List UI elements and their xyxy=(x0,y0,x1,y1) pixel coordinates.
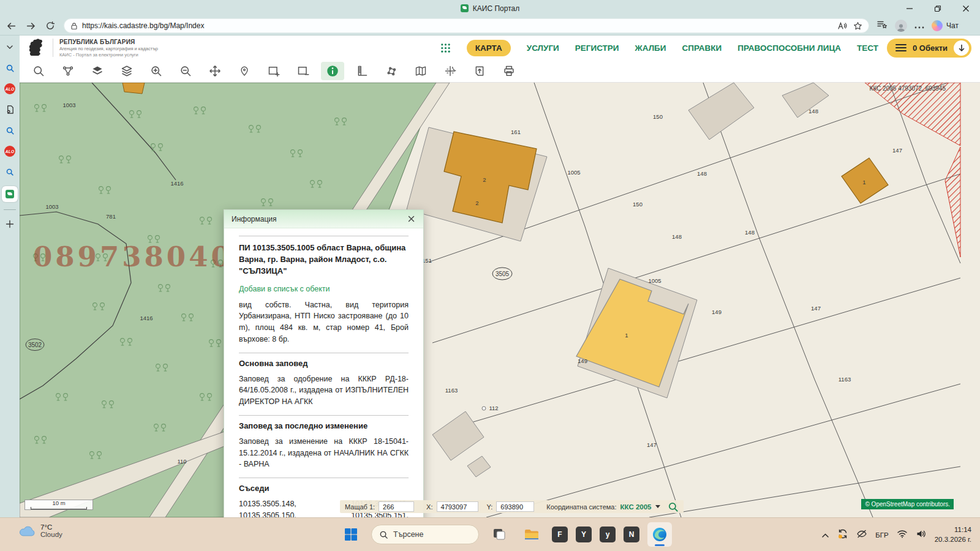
tool-zoom-in-button[interactable] xyxy=(145,62,168,80)
tab-search-3[interactable] xyxy=(3,165,17,179)
volume-icon[interactable] xyxy=(916,529,927,541)
start-button[interactable] xyxy=(339,522,363,547)
tool-select-features-button[interactable] xyxy=(56,62,80,80)
tab-kais-active[interactable] xyxy=(2,186,18,202)
svg-text:1005: 1005 xyxy=(648,277,661,284)
nav-spravki[interactable]: СПРАВКИ xyxy=(682,43,722,53)
taskbar-search-box[interactable]: Търсене xyxy=(371,525,479,544)
section-text-last-change: Заповед за изменение на КККР 18-15041-15… xyxy=(239,436,409,470)
tool-measure-button[interactable] xyxy=(350,62,374,80)
section-heading-neighbors: Съседи xyxy=(239,478,409,493)
svg-text:1163: 1163 xyxy=(445,387,458,394)
tool-layers-button[interactable] xyxy=(86,62,109,80)
restore-button[interactable] xyxy=(924,0,952,17)
refresh-button[interactable] xyxy=(42,18,59,34)
minimize-button[interactable] xyxy=(895,0,924,17)
tool-zoom-out-button[interactable] xyxy=(174,62,197,80)
tab-search-1[interactable] xyxy=(3,61,17,75)
crs-dropdown[interactable]: ККС 2005 xyxy=(620,503,660,511)
svg-text:150: 150 xyxy=(653,113,663,120)
favorite-star-icon[interactable] xyxy=(853,21,862,31)
tool-search-button[interactable] xyxy=(27,62,50,80)
tool-layer-list-button[interactable] xyxy=(115,62,138,80)
point-marker-112 xyxy=(482,407,486,410)
nav-test[interactable]: ТЕСТ xyxy=(857,43,878,53)
tab-search-2[interactable] xyxy=(3,124,17,137)
objects-expand-button[interactable] xyxy=(954,40,969,56)
tool-add-extent-button[interactable] xyxy=(262,62,285,80)
back-button[interactable] xyxy=(2,18,20,34)
y-value: 693890 xyxy=(496,501,534,512)
scale-bar-line xyxy=(31,507,87,509)
forward-button[interactable] xyxy=(22,18,39,34)
tab-document[interactable] xyxy=(3,103,17,116)
edge-browser-button[interactable] xyxy=(647,522,672,547)
nav-zhalbi[interactable]: ЖАЛБИ xyxy=(635,43,666,53)
hamburger-icon xyxy=(895,43,907,52)
osm-attribution[interactable]: © OpenStreetMap contributors. xyxy=(861,499,954,509)
scale-input[interactable]: 266 xyxy=(379,501,414,512)
app-u-button[interactable]: у xyxy=(600,527,616,542)
coordinate-search-button[interactable] xyxy=(668,501,679,512)
browser-menu-icon[interactable] xyxy=(914,20,924,31)
tool-overview-map-button[interactable] xyxy=(409,62,432,80)
svg-text:3502: 3502 xyxy=(28,342,42,348)
hidden-eye-icon[interactable] xyxy=(856,529,867,541)
popup-divider xyxy=(239,236,409,236)
nav-karta[interactable]: КАРТА xyxy=(467,40,511,56)
popup-close-icon[interactable] xyxy=(406,214,416,224)
file-explorer-button[interactable] xyxy=(519,522,544,547)
task-view-button[interactable] xyxy=(487,522,511,547)
app-n-button[interactable]: N xyxy=(624,527,639,542)
tool-print-button[interactable] xyxy=(497,62,521,80)
apps-grid-icon[interactable] xyxy=(440,43,451,53)
nav-pravosposobni-lica[interactable]: ПРАВОСПОСОБНИ ЛИЦА xyxy=(737,43,841,53)
parcel-title: ПИ 10135.3505.1005 област Варна, община … xyxy=(239,242,409,277)
read-aloud-icon[interactable] xyxy=(837,21,847,30)
map-canvas[interactable]: 1003 1003 781 1416 1416 3502 3505 161 2 … xyxy=(20,83,980,517)
svg-text:148: 148 xyxy=(697,170,707,177)
taskbar-clock[interactable]: 11:14 20.3.2026 г. xyxy=(935,525,971,544)
cursor-coordinates: ККС 2005 4793072, 693945 xyxy=(870,85,946,92)
tab-alo-1[interactable]: ALO xyxy=(3,82,17,96)
tool-remove-extent-button[interactable] xyxy=(292,62,315,80)
profile-avatar[interactable] xyxy=(895,20,907,32)
app-y-button[interactable]: Y xyxy=(576,527,592,542)
cloud-icon xyxy=(18,524,36,538)
tool-pan-button[interactable] xyxy=(203,62,227,80)
svg-text:1003: 1003 xyxy=(62,102,75,108)
nav-uslugi[interactable]: УСЛУГИ xyxy=(527,43,559,53)
url-bar[interactable]: https://kais.cadastre.bg/bg/Map/Index xyxy=(64,18,869,33)
tool-info-button[interactable] xyxy=(321,62,344,80)
taskbar-weather-widget[interactable]: 7°C Cloudy xyxy=(18,523,62,538)
svg-text:1005: 1005 xyxy=(567,169,580,176)
objects-button[interactable]: 0 Обекти xyxy=(887,39,971,58)
language-indicator[interactable]: БГР xyxy=(875,531,888,539)
section-heading-last-change: Заповед за последно изменение xyxy=(239,415,409,430)
svg-text:149: 149 xyxy=(712,309,722,315)
tool-measure-area-button[interactable] xyxy=(380,62,403,80)
collections-icon[interactable] xyxy=(876,20,888,32)
scale-bar: 10 m xyxy=(24,500,93,510)
map-status-bar: Мащаб 1: 266 X: 4793097 Y: 693890 Коорди… xyxy=(340,500,684,513)
tray-chevron-up[interactable] xyxy=(821,530,829,541)
collapse-tabs-icon[interactable] xyxy=(3,40,17,54)
tool-export-button[interactable] xyxy=(468,62,491,80)
tabs-divider xyxy=(4,209,16,210)
new-tab-button[interactable] xyxy=(3,217,17,231)
crs-label: Координатна система: xyxy=(546,503,616,511)
copilot-button[interactable]: Чат xyxy=(932,20,959,31)
info-popup-title: Информация xyxy=(232,215,406,223)
tab-alo-2[interactable]: ALO xyxy=(3,144,17,158)
add-to-objects-link[interactable]: Добави в списък с обекти xyxy=(239,285,409,293)
tool-location-pin-button[interactable] xyxy=(233,62,256,80)
close-button[interactable] xyxy=(952,0,980,17)
site-favicon xyxy=(461,4,469,12)
wifi-icon[interactable] xyxy=(897,530,908,541)
nav-registri[interactable]: РЕГИСТРИ xyxy=(575,43,619,53)
svg-text:147: 147 xyxy=(647,441,657,448)
tool-coordinates-button[interactable] xyxy=(439,62,462,80)
weather-temperature: 7°C xyxy=(40,523,62,531)
app-f-button[interactable]: F xyxy=(552,527,568,542)
sync-status-icon[interactable] xyxy=(837,528,848,542)
